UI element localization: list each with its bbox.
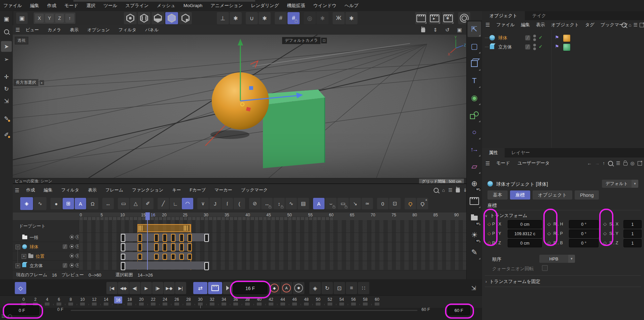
ruler-handle[interactable]	[292, 303, 297, 306]
falloff-settings-button[interactable]: ✱	[316, 12, 329, 24]
visibility-dot-top[interactable]	[533, 35, 536, 37]
ruler-handle[interactable]	[245, 303, 250, 306]
viewport-menu-item-4[interactable]: フィルタ	[118, 27, 136, 33]
hand-icon[interactable]	[456, 188, 460, 192]
keyframe-orange[interactable]	[154, 254, 159, 260]
keyframe-orange[interactable]	[171, 254, 175, 260]
attribute-menu-item-1[interactable]: ユーザーデータ	[517, 160, 550, 166]
object-manager-menu-item-1[interactable]: 編集	[521, 22, 530, 28]
menu-item-1[interactable]: 編集	[30, 3, 39, 9]
tab-レイヤー[interactable]: レイヤー	[505, 148, 537, 157]
ruler-handle[interactable]	[174, 303, 179, 306]
auto-tangent-button[interactable]: A	[313, 198, 325, 209]
keyframe-orange[interactable]	[154, 243, 159, 251]
axis-lock-y[interactable]: Y	[45, 14, 54, 23]
param-field-RP[interactable]: 0 °	[569, 229, 599, 238]
enabled-check-icon[interactable]: ✓	[539, 44, 543, 49]
hex-pencil-icon[interactable]: ✎	[468, 245, 481, 260]
light-st-icon[interactable]: ☀ST	[468, 227, 481, 243]
ruler-handle[interactable]	[68, 303, 73, 306]
keyframe-orange[interactable]	[138, 234, 142, 242]
ruler-highlight-16[interactable]: 16	[114, 296, 122, 304]
autokeying-button[interactable]: A	[281, 282, 292, 294]
end-frame-field[interactable]: 60 F	[448, 306, 470, 315]
tangent-custom-button[interactable]: (	[234, 198, 245, 209]
rotate-view-icon[interactable]: ↺	[443, 26, 452, 34]
keyframe-selection-button[interactable]: ◈	[309, 282, 321, 294]
play-range-button[interactable]	[208, 282, 222, 294]
symmetry-settings-button[interactable]: ✱	[345, 12, 358, 24]
popout-icon[interactable]	[638, 160, 642, 166]
timeline-menu-item-2[interactable]: フィルタ	[61, 187, 79, 193]
key-diamond-RP[interactable]: ◇	[547, 231, 551, 236]
home-icon[interactable]: ⌂	[629, 22, 631, 28]
plane-handle-blue[interactable]	[249, 86, 253, 90]
sketch-pen-icon[interactable]: ✐	[1, 129, 12, 140]
lock-icon[interactable]	[623, 160, 628, 166]
folder-st-icon[interactable]: ST	[468, 210, 481, 226]
key-rotation-button[interactable]: ↻	[321, 282, 333, 294]
next-key-button[interactable]: ▶◆	[164, 282, 175, 294]
solo-toggle-icon[interactable]	[70, 263, 74, 268]
track-row-一括[interactable]: 一括S	[13, 233, 79, 242]
phong-tag-icon[interactable]: ⚑	[555, 35, 559, 40]
search-icon[interactable]	[621, 22, 626, 28]
tangent-ease-button[interactable]: ſ	[222, 198, 233, 209]
object-manager-menu-item-0[interactable]: ファイル	[496, 22, 515, 28]
keyframe-orange[interactable]	[154, 234, 159, 242]
viewport-menu-item-5[interactable]: パネル	[145, 27, 159, 33]
linear-interpolation-button[interactable]: ╱	[158, 198, 169, 209]
axis-lock-x[interactable]: X	[35, 14, 44, 23]
keying-settings-button[interactable]: ✱	[293, 282, 304, 294]
viewport-menu-item-1[interactable]: カメラ	[48, 27, 61, 33]
keyframe-orange[interactable]	[138, 254, 142, 260]
forward-icon[interactable]: →	[595, 160, 600, 166]
make-keyframe-button[interactable]: ◇	[15, 282, 26, 294]
home-icon[interactable]: ⌂	[442, 187, 445, 193]
object-manager-menu-item-4[interactable]: タグ	[585, 22, 595, 28]
auto-snap-button[interactable]: ∿	[285, 198, 297, 209]
ruler-handle[interactable]	[139, 303, 144, 306]
phong-tag-icon[interactable]: ⚑	[555, 44, 559, 49]
keyframe-white[interactable]	[121, 254, 125, 260]
keyframe-orange[interactable]	[179, 234, 184, 242]
object-manager-menu-item-2[interactable]: 表示	[536, 22, 545, 28]
keyframe-orange[interactable]	[188, 254, 192, 260]
go-to-end-button[interactable]: ▶|	[175, 282, 186, 294]
target-icon[interactable]: ◎	[631, 160, 635, 166]
axis-command-icon[interactable]: ↑→	[468, 142, 481, 157]
zoom-icon[interactable]	[1, 26, 12, 37]
ruler-handle[interactable]	[210, 303, 214, 306]
keyframe-orange[interactable]	[163, 243, 167, 251]
pan-icon[interactable]	[419, 26, 428, 34]
ruler-handle[interactable]	[33, 303, 38, 306]
track-row-立方体[interactable]: +立方体╱S	[13, 261, 79, 270]
keyframe-orange[interactable]	[163, 254, 167, 260]
key-diamond-SX[interactable]: ◇	[603, 221, 607, 226]
render-settings-button[interactable]: ✱	[442, 12, 454, 24]
render-picture-viewer-button[interactable]: ▶	[429, 12, 441, 24]
ruler-handle[interactable]	[186, 303, 191, 306]
param-field-RB[interactable]: 0 °	[569, 239, 599, 247]
dolly-icon[interactable]: ⇕	[431, 26, 440, 34]
tab-オブジェクト[interactable]: オブジェクト	[482, 11, 525, 20]
ruler-handle[interactable]	[269, 303, 273, 306]
selection-gear-icon[interactable]: ➢	[1, 54, 12, 65]
visibility-dot-bottom[interactable]	[533, 47, 536, 50]
edge-mode-button[interactable]	[138, 12, 150, 24]
edit-toggle-icon[interactable]: ╱	[525, 44, 530, 49]
timeline-menu-item-3[interactable]: 表示	[88, 187, 97, 193]
keyframe-white[interactable]	[204, 262, 209, 270]
edit-toggle-icon[interactable]: ╱	[525, 35, 530, 40]
fcurve-mode-button[interactable]: ∿	[34, 197, 46, 210]
param-field-PX[interactable]: 0 cm	[508, 220, 542, 228]
ruler-handle[interactable]	[57, 303, 61, 306]
keyframe-orange[interactable]	[171, 243, 175, 251]
param-field-SZ[interactable]: 1	[623, 239, 642, 247]
move-icon[interactable]: ✛	[1, 71, 12, 82]
ruler-handle[interactable]	[104, 303, 108, 306]
ruler-handle[interactable]	[127, 303, 132, 306]
solo-toggle-icon[interactable]	[70, 254, 74, 258]
camera-label[interactable]: デフォルトカメラ ⊡	[282, 37, 327, 44]
object-manager-burger-icon[interactable]: ☰	[485, 22, 490, 28]
